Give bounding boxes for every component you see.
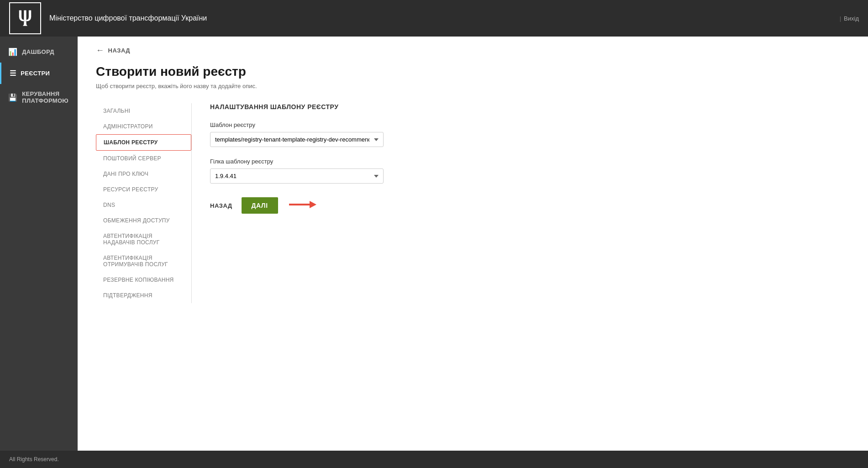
svg-rect-1 xyxy=(19,10,21,17)
header-user-section: | Вихід xyxy=(837,15,859,22)
dashboard-icon: 📊 xyxy=(8,47,17,56)
back-button[interactable]: НАЗАД xyxy=(210,202,232,209)
step-dns[interactable]: DNS xyxy=(96,197,191,213)
footer-text: All Rights Reserved. xyxy=(9,456,59,463)
app-header: Міністерство цифрової трансформації Укра… xyxy=(0,0,868,37)
back-arrow-icon: ← xyxy=(96,46,105,55)
logo xyxy=(9,2,41,34)
template-form-group: Шаблон реєстру templates/registry-tenant… xyxy=(210,121,831,147)
red-arrow-svg xyxy=(289,199,316,210)
form-area: НАЛАШТУВАННЯ ШАБЛОНУ РЕЄСТРУ Шаблон реєс… xyxy=(192,103,850,303)
logout-button[interactable]: Вихід xyxy=(844,15,859,22)
step-admins[interactable]: АДМІНІСТРАТОРИ xyxy=(96,119,191,134)
back-nav-label: НАЗАД xyxy=(108,47,131,54)
step-mail[interactable]: ПОШТОВИЙ СЕРВЕР xyxy=(96,151,191,166)
page-subtitle: Щоб створити реєстр, вкажіть його назву … xyxy=(96,83,850,89)
template-select[interactable]: templates/registry-tenant-template-regis… xyxy=(210,132,384,147)
svg-marker-4 xyxy=(310,201,316,208)
step-auth-recipients[interactable]: АВТЕНТИФІКАЦІЯ ОТРИМУВАЧІВ ПОСЛУГ xyxy=(96,250,191,272)
steps-nav: ЗАГАЛЬНІ АДМІНІСТРАТОРИ ШАБЛОН РЕЄСТРУ П… xyxy=(96,103,192,303)
section-title: НАЛАШТУВАННЯ ШАБЛОНУ РЕЄСТРУ xyxy=(210,103,831,110)
step-auth-providers[interactable]: АВТЕНТИФІКАЦІЯ НАДАВАЧІВ ПОСЛУГ xyxy=(96,228,191,250)
template-label: Шаблон реєстру xyxy=(210,121,831,128)
step-general[interactable]: ЗАГАЛЬНІ xyxy=(96,103,191,119)
branch-label: Гілка шаблону реєстру xyxy=(210,158,831,165)
branch-form-group: Гілка шаблону реєстру 1.9.4.41 xyxy=(210,158,831,184)
sidebar-item-registries[interactable]: ☰ РЕЄСТРИ xyxy=(0,63,78,84)
sidebar-label-dashboard: ДАШБОРД xyxy=(22,48,54,55)
header-separator: | xyxy=(840,15,841,22)
sidebar-label-platform: КЕРУВАННЯ ПЛАТФОРМОЮ xyxy=(22,90,69,104)
sidebar: 📊 ДАШБОРД ☰ РЕЄСТРИ 💾 КЕРУВАННЯ ПЛАТФОРМ… xyxy=(0,37,78,451)
step-template[interactable]: ШАБЛОН РЕЄСТРУ xyxy=(96,134,191,151)
sidebar-item-platform[interactable]: 💾 КЕРУВАННЯ ПЛАТФОРМОЮ xyxy=(0,84,78,110)
main-layout: 📊 ДАШБОРД ☰ РЕЄСТРИ 💾 КЕРУВАННЯ ПЛАТФОРМ… xyxy=(0,37,868,451)
main-content: ← НАЗАД Створити новий реєстр Щоб створи… xyxy=(78,37,868,451)
step-confirm[interactable]: ПІДТВЕРДЖЕННЯ xyxy=(96,288,191,303)
org-name: Міністерство цифрової трансформації Укра… xyxy=(49,14,207,22)
registries-icon: ☰ xyxy=(10,69,16,78)
sidebar-label-registries: РЕЄСТРИ xyxy=(21,70,50,77)
branch-select[interactable]: 1.9.4.41 xyxy=(210,168,384,184)
step-resources[interactable]: РЕСУРСИ РЕЄСТРУ xyxy=(96,182,191,197)
form-actions: НАЗАД ДАЛІ xyxy=(210,197,831,214)
next-button[interactable]: ДАЛІ xyxy=(242,197,278,214)
page-title: Створити новий реєстр xyxy=(96,64,850,79)
step-keys[interactable]: ДАНІ ПРО КЛЮЧ xyxy=(96,166,191,182)
arrow-indicator xyxy=(289,199,316,212)
platform-icon: 💾 xyxy=(8,93,17,102)
svg-rect-0 xyxy=(24,10,26,21)
back-navigation[interactable]: ← НАЗАД xyxy=(96,46,850,55)
footer: All Rights Reserved. xyxy=(0,451,868,468)
sidebar-item-dashboard[interactable]: 📊 ДАШБОРД xyxy=(0,41,78,63)
svg-rect-2 xyxy=(29,10,31,17)
step-access[interactable]: ОБМЕЖЕННЯ ДОСТУПУ xyxy=(96,213,191,228)
trident-icon xyxy=(15,8,35,28)
step-backup[interactable]: РЕЗЕРВНЕ КОПІЮВАННЯ xyxy=(96,272,191,288)
content-area: ЗАГАЛЬНІ АДМІНІСТРАТОРИ ШАБЛОН РЕЄСТРУ П… xyxy=(96,103,850,303)
